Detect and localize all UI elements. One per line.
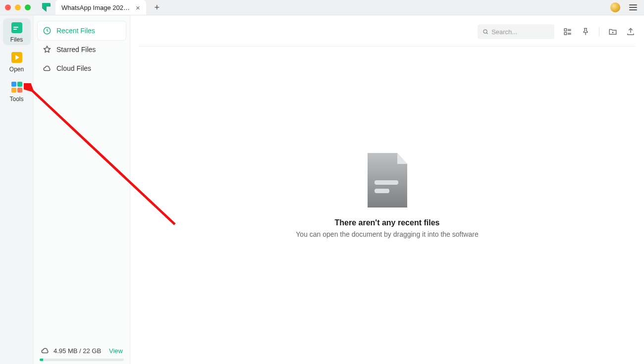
rail-label-tools: Tools <box>9 96 23 103</box>
svg-rect-11 <box>375 180 398 185</box>
toolbar-separator <box>599 27 599 36</box>
cloud-storage-icon <box>41 346 50 355</box>
empty-subtitle: You can open the document by dragging it… <box>296 230 478 238</box>
user-avatar[interactable] <box>610 2 620 12</box>
document-tab-title: WhatsApp Image 2024-0… <box>61 4 131 11</box>
storage-view-link[interactable]: View <box>109 347 123 355</box>
titlebar: WhatsApp Image 2024-0… × + <box>0 0 644 15</box>
maximize-window-button[interactable] <box>25 4 31 10</box>
app-home-tab[interactable] <box>37 0 55 15</box>
files-icon <box>11 22 22 33</box>
empty-state: There aren't any recent files You can op… <box>139 37 635 354</box>
sidepanel-label-recent: Recent Files <box>56 27 95 35</box>
rail-label-files: Files <box>10 36 23 43</box>
app-body: Files Open Tools Recent Files Starred Fi… <box>0 15 644 364</box>
clock-icon <box>43 26 52 35</box>
cloud-icon <box>43 64 52 73</box>
svg-rect-2 <box>564 29 567 31</box>
svg-rect-12 <box>375 189 389 193</box>
rail-item-open[interactable]: Open <box>3 48 31 75</box>
main-menu-button[interactable] <box>629 4 637 10</box>
svg-rect-3 <box>564 33 567 35</box>
view-mode-icon[interactable] <box>563 27 572 36</box>
storage-usage: 4.95 MB / 22 GB <box>54 347 101 355</box>
sidepanel-item-starred[interactable]: Starred Files <box>38 40 126 59</box>
search-input[interactable] <box>491 28 549 36</box>
tools-icon <box>11 82 22 93</box>
star-icon <box>43 45 52 54</box>
sidepanel-item-recent[interactable]: Recent Files <box>38 21 126 40</box>
svg-point-1 <box>483 30 487 33</box>
sidepanel-label-cloud: Cloud Files <box>56 64 91 72</box>
pin-icon[interactable] <box>581 27 590 36</box>
document-tab[interactable]: WhatsApp Image 2024-0… × <box>55 0 146 15</box>
search-icon <box>483 28 488 35</box>
app-logo-icon <box>42 3 51 12</box>
upload-icon[interactable] <box>626 27 635 36</box>
nav-rail: Files Open Tools <box>0 15 34 364</box>
new-tab-button[interactable]: + <box>151 2 163 13</box>
content-area: There aren't any recent files You can op… <box>130 15 644 364</box>
minimize-window-button[interactable] <box>15 4 21 10</box>
rail-item-tools[interactable]: Tools <box>3 78 31 104</box>
side-panel: Recent Files Starred Files Cloud Files 4… <box>34 15 130 364</box>
rail-label-open: Open <box>9 66 24 73</box>
new-folder-icon[interactable] <box>608 27 617 36</box>
empty-document-icon <box>365 153 410 208</box>
close-tab-icon[interactable]: × <box>136 3 140 12</box>
empty-title: There aren't any recent files <box>335 218 440 227</box>
close-window-button[interactable] <box>5 4 11 10</box>
sidepanel-label-starred: Starred Files <box>56 46 96 53</box>
storage-readout: 4.95 MB / 22 GB View <box>38 343 126 360</box>
window-controls <box>5 4 31 10</box>
open-icon <box>11 52 22 63</box>
sidepanel-item-cloud[interactable]: Cloud Files <box>38 59 126 78</box>
storage-bar <box>40 359 124 361</box>
rail-item-files[interactable]: Files <box>3 18 31 45</box>
